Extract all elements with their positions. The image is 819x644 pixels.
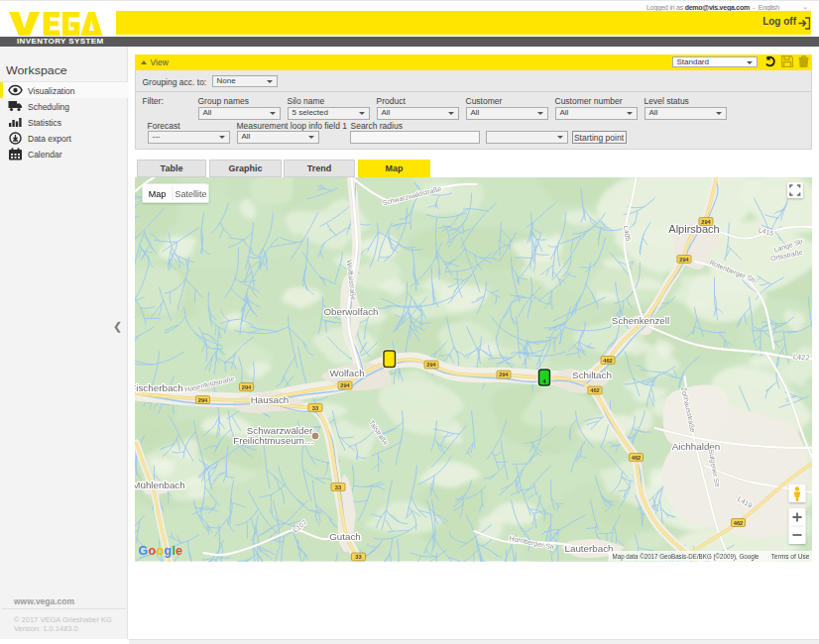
svg-text:462: 462 <box>631 455 641 461</box>
svg-text:Terms of Use: Terms of Use <box>770 552 809 561</box>
svg-text:294: 294 <box>340 382 350 388</box>
svg-text:o: o <box>156 544 164 558</box>
svg-text:462: 462 <box>590 387 600 393</box>
svg-text:294: 294 <box>499 372 509 377</box>
svg-text:o: o <box>148 544 156 558</box>
svg-text:Satellite: Satellite <box>175 189 206 199</box>
svg-text:33: 33 <box>334 484 341 490</box>
svg-text:Lauterbach: Lauterbach <box>564 543 613 554</box>
svg-text:Mühlenbach: Mühlenbach <box>135 480 185 490</box>
svg-text:Gutach: Gutach <box>329 531 361 542</box>
svg-text:462: 462 <box>603 358 613 364</box>
svg-text:294: 294 <box>197 397 207 403</box>
svg-text:Freilichtmuseum…: Freilichtmuseum… <box>233 435 314 446</box>
svg-text:Hausach: Hausach <box>250 394 289 405</box>
svg-text:Wolfach: Wolfach <box>329 368 364 378</box>
svg-text:Oberwolfach: Oberwolfach <box>323 306 378 317</box>
svg-text:294: 294 <box>241 384 251 390</box>
svg-text:294: 294 <box>679 257 689 263</box>
svg-text:Schiltach: Schiltach <box>572 370 612 380</box>
svg-text:462: 462 <box>733 520 743 526</box>
svg-text:Schenkenzell: Schenkenzell <box>611 315 668 326</box>
svg-text:G: G <box>138 544 147 558</box>
svg-text:33: 33 <box>311 405 318 411</box>
svg-text:33: 33 <box>355 554 362 560</box>
svg-text:Map: Map <box>148 189 166 199</box>
svg-text:Fischerbach: Fischerbach <box>135 382 183 393</box>
svg-text:L422: L422 <box>792 352 809 362</box>
svg-text:g: g <box>164 544 171 558</box>
svg-text:294: 294 <box>426 362 436 368</box>
svg-text:294: 294 <box>701 219 711 225</box>
svg-text:e: e <box>176 544 182 558</box>
svg-text:Map data ©2017 GeoBasis-DE/BKG: Map data ©2017 GeoBasis-DE/BKG (©2009), … <box>612 552 759 561</box>
